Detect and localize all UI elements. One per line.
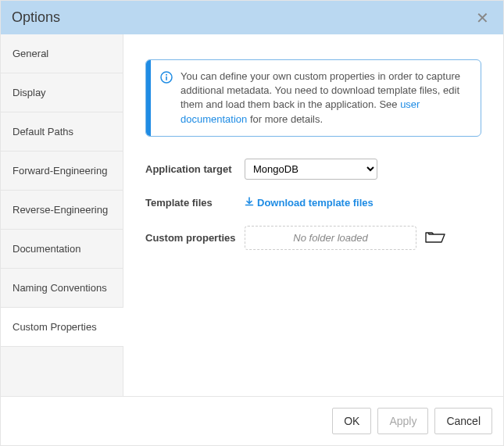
- info-text-after: for more details.: [247, 113, 323, 125]
- sidebar: General Display Default Paths Forward-En…: [1, 34, 123, 396]
- cancel-button[interactable]: Cancel: [434, 408, 492, 434]
- apply-button[interactable]: Apply: [377, 408, 428, 434]
- download-template-files-link[interactable]: Download template files: [245, 197, 374, 209]
- custom-properties-label: Custom properties: [145, 232, 245, 244]
- application-target-select[interactable]: MongoDB: [245, 159, 377, 180]
- sidebar-item-forward-engineering[interactable]: Forward-Engineering: [1, 152, 123, 191]
- content-panel: You can define your own custom propertie…: [123, 34, 503, 396]
- custom-properties-path-display: No folder loaded: [245, 226, 416, 250]
- options-dialog: Options ✕ General Display Default Paths …: [0, 0, 504, 446]
- sidebar-item-label: Documentation: [13, 243, 80, 255]
- browse-folder-button[interactable]: [424, 229, 446, 247]
- folder-icon: [424, 229, 446, 247]
- download-link-text: Download template files: [257, 197, 374, 209]
- sidebar-item-label: Forward-Engineering: [13, 165, 107, 177]
- sidebar-item-label: Naming Conventions: [13, 282, 107, 294]
- sidebar-item-label: Custom Properties: [13, 321, 97, 333]
- sidebar-item-naming-conventions[interactable]: Naming Conventions: [1, 269, 123, 308]
- row-application-target: Application target MongoDB: [145, 159, 481, 180]
- download-icon: [245, 197, 254, 209]
- info-icon: [151, 60, 173, 136]
- sidebar-item-general[interactable]: General: [1, 34, 123, 73]
- sidebar-item-documentation[interactable]: Documentation: [1, 230, 123, 269]
- sidebar-item-label: General: [13, 48, 48, 59]
- sidebar-item-display[interactable]: Display: [1, 73, 123, 112]
- sidebar-item-custom-properties[interactable]: Custom Properties: [1, 308, 123, 347]
- row-template-files: Template files Download template files: [145, 197, 481, 209]
- application-target-label: Application target: [145, 163, 245, 175]
- dialog-title: Options: [12, 9, 60, 26]
- sidebar-item-label: Default Paths: [13, 126, 73, 137]
- template-files-label: Template files: [145, 197, 245, 209]
- close-icon[interactable]: ✕: [473, 10, 492, 26]
- svg-rect-2: [166, 77, 167, 80]
- dialog-body: General Display Default Paths Forward-En…: [1, 34, 503, 396]
- sidebar-item-label: Reverse-Engineering: [13, 204, 108, 216]
- info-box: You can define your own custom propertie…: [145, 59, 481, 137]
- sidebar-item-reverse-engineering[interactable]: Reverse-Engineering: [1, 191, 123, 230]
- dialog-header: Options ✕: [1, 1, 503, 34]
- sidebar-item-label: Display: [13, 87, 46, 98]
- dialog-footer: OK Apply Cancel: [1, 396, 503, 445]
- ok-button[interactable]: OK: [332, 408, 371, 434]
- svg-point-1: [166, 74, 167, 76]
- row-custom-properties: Custom properties No folder loaded: [145, 226, 481, 250]
- sidebar-item-default-paths[interactable]: Default Paths: [1, 112, 123, 152]
- info-text: You can define your own custom propertie…: [173, 60, 481, 136]
